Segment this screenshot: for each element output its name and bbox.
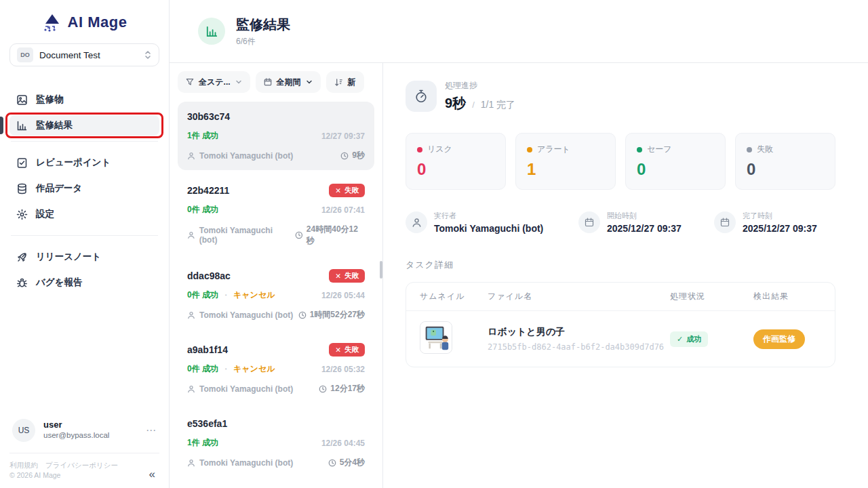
more-icon[interactable]: ⋯ [146, 424, 157, 436]
stat-label: 失敗 [757, 144, 773, 155]
item-duration: 5分4秒 [340, 457, 365, 468]
chart-icon [16, 120, 28, 131]
sidebar-item-label: 監修物 [36, 94, 64, 106]
failed-badge: ✕失敗 [329, 343, 365, 357]
alert-dot [527, 147, 532, 152]
status-filter-button[interactable]: 全ステ... [178, 71, 250, 93]
calendar-icon [264, 78, 272, 86]
clock-icon [295, 231, 303, 239]
meta-row: 実行者 Tomoki Yamaguchi (bot) 開始時刻 2025/12/… [406, 211, 835, 234]
collapse-sidebar-icon[interactable]: « [149, 468, 159, 481]
rocket-icon [16, 251, 28, 263]
list-item[interactable]: a9ab1f14 ✕失敗 0件 成功 ・ キャンセル 12/26 05:32 T… [178, 335, 374, 403]
column-thumbnail: サムネイル [420, 291, 488, 302]
sidebar-item-label: リリースノート [36, 251, 101, 263]
clock-icon [328, 459, 336, 467]
sidebar-nav: 監修物 監修結果 レビューポイント 作品デー [9, 89, 159, 298]
item-id: 30b63c74 [187, 111, 230, 122]
table-row[interactable]: ロボットと男の子 2715b5fb-d862-4aaf-b6f2-da4b309… [406, 310, 835, 367]
sort-icon [334, 78, 343, 87]
results-list-panel: 全ステ... 全期間 新 [170, 63, 383, 488]
meta-value: 2025/12/27 09:37 [607, 223, 682, 234]
list-item[interactable]: ddac98ac ✕失敗 0件 成功 ・ キャンセル 12/26 05:44 T… [178, 261, 374, 329]
list-item[interactable]: e536efa1 1件 成功 12/26 04:45 Tomoki Yamagu… [178, 409, 374, 477]
failed-badge: ✕失敗 [329, 184, 365, 197]
funnel-icon [186, 78, 194, 86]
user-card[interactable]: US user user@bypass.local ⋯ [9, 419, 159, 442]
item-id: e536efa1 [187, 418, 227, 429]
period-filter-button[interactable]: 全期間 [256, 71, 321, 93]
stopwatch-icon [406, 81, 437, 112]
calendar-icon [578, 211, 600, 233]
result-detail-panel: 処理進捗 9秒 / 1/1 完了 リスク 0 アラート [383, 63, 868, 488]
check-icon: ✓ [677, 335, 683, 344]
column-result: 検出結果 [753, 291, 821, 302]
failed-dot [747, 147, 752, 152]
item-user: Tomoki Yamaguchi (bot) [199, 384, 293, 394]
list-item[interactable]: 30b63c74 1件 成功 12/27 09:37 Tomoki Yamagu… [178, 102, 374, 170]
project-selector[interactable]: DO Document Test [9, 43, 159, 66]
stat-label: アラート [537, 144, 570, 155]
app-name: AI Mage [68, 14, 127, 31]
project-badge: DO [17, 47, 33, 62]
sidebar-item-label: レビューポイント [36, 157, 111, 169]
stat-card-safe: セーフ 0 [625, 133, 726, 190]
stat-card-risk: リスク 0 [406, 133, 506, 190]
period-filter-label: 全期間 [277, 77, 301, 88]
clock-icon [340, 152, 349, 160]
item-duration: 24時間40分12秒 [307, 224, 365, 247]
tasks-section-title: タスク詳細 [406, 259, 835, 271]
detection-result-pill: 作画監修 [753, 329, 805, 349]
item-user: Tomoki Yamaguchi (bot) [199, 458, 293, 468]
progress-completed: 1/1 完了 [481, 99, 515, 111]
terms-link[interactable]: 利用規約 [9, 461, 38, 469]
meta-label: 開始時刻 [607, 211, 682, 221]
item-date: 12/26 04:45 [321, 439, 365, 448]
sidebar-item-report-bug[interactable]: バグを報告 [9, 272, 159, 293]
item-duration: 9秒 [352, 150, 365, 161]
item-date: 12/26 05:44 [321, 291, 365, 300]
bug-icon [16, 277, 28, 289]
person-icon [187, 311, 195, 319]
start-time-meta: 開始時刻 2025/12/27 09:37 [578, 211, 714, 234]
sidebar-item-label: 設定 [36, 208, 54, 220]
sidebar-item-label: バグを報告 [36, 277, 82, 289]
sort-label: 新 [348, 77, 356, 88]
privacy-link[interactable]: プライバシーポリシー [45, 461, 118, 469]
sidebar-item-review-points[interactable]: レビューポイント [9, 152, 159, 173]
item-date: 12/27 09:37 [321, 131, 365, 141]
failed-badge: ✕失敗 [329, 269, 365, 283]
database-icon [16, 183, 28, 195]
item-id: a9ab1f14 [187, 344, 228, 355]
sidebar-item-kanshubutsu[interactable]: 監修物 [9, 89, 159, 110]
item-date: 12/26 05:32 [321, 365, 365, 374]
item-date: 12/26 07:41 [321, 205, 365, 215]
column-status: 処理状況 [670, 291, 753, 302]
end-time-meta: 完了時刻 2025/12/27 09:37 [714, 211, 817, 234]
task-file-id: 2715b5fb-d862-4aaf-b6f2-da4b309d7d76 [488, 342, 670, 352]
sidebar-item-release-notes[interactable]: リリースノート [9, 247, 159, 267]
item-user: Tomoki Yamaguchi (bot) [199, 151, 293, 161]
chevron-down-icon [306, 79, 313, 85]
logo-icon [42, 12, 62, 33]
sidebar-item-sakuhin-data[interactable]: 作品データ [9, 178, 159, 199]
active-indicator [0, 117, 3, 134]
status-success-pill: ✓ 成功 [670, 331, 708, 347]
stat-value: 1 [527, 160, 604, 179]
list-scrollbar[interactable] [380, 261, 382, 279]
person-icon [187, 231, 195, 239]
stat-card-failed: 失敗 0 [735, 133, 835, 190]
filter-bar: 全ステ... 全期間 新 [170, 63, 382, 101]
list-item[interactable]: 22b42211 ✕失敗 0件 成功 12/26 07:41 Tomoki Ya… [178, 176, 374, 256]
app-logo: AI Mage [9, 8, 159, 37]
calendar-icon [714, 211, 736, 233]
sidebar-item-kanshukekka[interactable]: 監修結果 [9, 115, 159, 136]
stat-card-alert: アラート 1 [515, 133, 616, 190]
sidebar-item-settings[interactable]: 設定 [9, 204, 159, 224]
person-icon [187, 385, 195, 393]
sort-button[interactable]: 新 [326, 71, 364, 93]
avatar: US [12, 419, 35, 442]
status-filter-label: 全ステ... [199, 77, 231, 88]
safe-dot [637, 147, 642, 152]
image-icon [16, 94, 28, 106]
